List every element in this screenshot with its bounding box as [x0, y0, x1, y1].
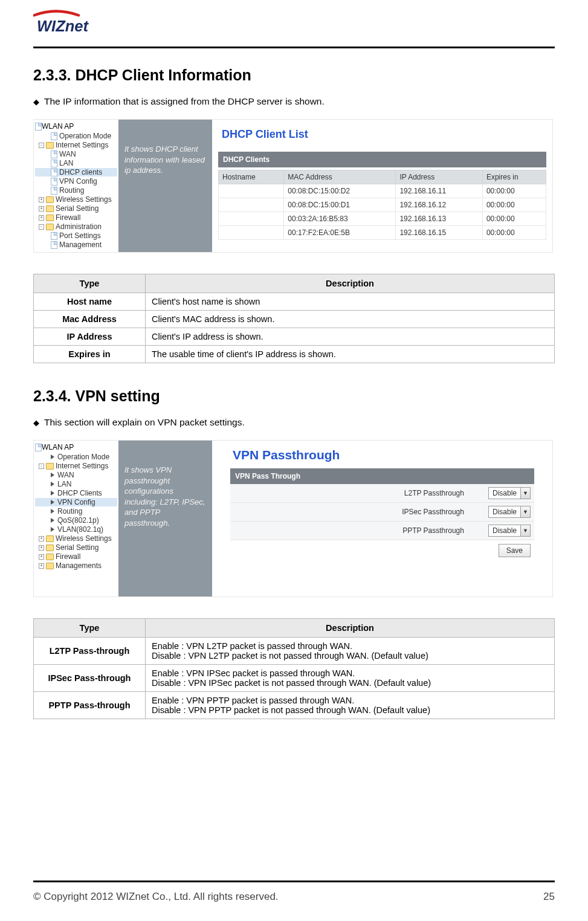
prop-desc-cell: Enable : VPN IPSec packet is passed thro…	[146, 665, 555, 692]
expander-icon[interactable]: -	[39, 464, 44, 469]
tree-item[interactable]: VPN Config	[35, 498, 117, 506]
prop-desc-cell: Client's MAC address is shown.	[146, 311, 555, 328]
copyright-text: © Copyright 2012 WIZnet Co., Ltd. All ri…	[33, 891, 279, 903]
tree-item-label: WAN	[59, 150, 76, 158]
vpn-setting-dropdown[interactable]: Disable▼	[488, 506, 531, 518]
tree-item[interactable]: Routing	[35, 507, 117, 515]
tree-item[interactable]: Operation Mode	[35, 453, 117, 461]
tree-item-label: Operation Mode	[59, 132, 111, 140]
tree-item[interactable]: +Managements	[35, 561, 117, 570]
prop-type-cell: IP Address	[34, 328, 146, 346]
expander-icon[interactable]: +	[39, 536, 44, 541]
diamond-icon: ◆	[33, 97, 39, 106]
table-cell	[219, 198, 284, 212]
expander-icon[interactable]: -	[39, 224, 44, 230]
tree-item[interactable]: Operation Mode	[35, 132, 117, 140]
tree-item[interactable]: WAN	[35, 150, 117, 158]
page-number: 25	[543, 891, 555, 903]
dropdown-value: Disable	[489, 489, 520, 497]
prop-type-cell: Expires in	[34, 346, 146, 363]
tree-item[interactable]: -Internet Settings	[35, 462, 117, 470]
tree-root[interactable]: WLAN AP	[35, 122, 117, 131]
table-cell: 192.168.16.12	[396, 198, 483, 212]
tree-item-label: Operation Mode	[57, 453, 109, 461]
page-icon	[51, 232, 57, 240]
tree-root[interactable]: WLAN AP	[35, 443, 117, 451]
tree-item-label: Routing	[59, 186, 84, 195]
folder-icon	[46, 554, 54, 560]
save-button[interactable]: Save	[499, 544, 531, 557]
vpn-setting-dropdown[interactable]: Disable▼	[488, 487, 531, 499]
vpn-setting-label: IPSec Passthrough	[234, 508, 482, 516]
tree-item-label: LAN	[59, 159, 73, 167]
tree-item-label: VPN Config	[57, 498, 95, 506]
expander-icon[interactable]: +	[39, 563, 44, 569]
tree-item[interactable]: Management	[35, 241, 117, 249]
tree-item[interactable]: -Administration	[35, 222, 117, 231]
tree-item[interactable]: LAN	[35, 159, 117, 167]
tree-item-label: Firewall	[56, 552, 80, 561]
tree-item[interactable]: DHCP Clients	[35, 489, 117, 497]
expander-icon[interactable]: +	[39, 554, 44, 560]
folder-icon	[46, 463, 54, 470]
tree-item[interactable]: +Firewall	[35, 213, 117, 222]
prop-header: Description	[146, 274, 555, 293]
table-cell: 00:03:2A:16:B5:83	[284, 212, 396, 226]
tree-item[interactable]: VLAN(802.1q)	[35, 525, 117, 534]
tree-item[interactable]: LAN	[35, 480, 117, 488]
page-icon	[35, 123, 42, 131]
page-icon	[51, 150, 57, 158]
tree-item-label: Routing	[57, 507, 82, 515]
tree-item-label: LAN	[57, 480, 71, 488]
tree-item[interactable]: +Firewall	[35, 552, 117, 561]
expander-icon[interactable]: +	[39, 215, 44, 221]
arrow-icon	[51, 482, 54, 486]
expander-icon[interactable]: +	[39, 545, 44, 551]
table-row: L2TP Pass-throughEnable : VPN L2TP packe…	[34, 638, 555, 665]
prop-header: Description	[146, 619, 555, 638]
page-icon	[35, 444, 42, 451]
prop-desc-cell: The usable time of client's IP address i…	[146, 346, 555, 363]
dhcp-col-header: IP Address	[396, 170, 483, 184]
tree-item-label: Wireless Settings	[56, 534, 112, 543]
tree-item[interactable]: Port Settings	[35, 231, 117, 240]
page-header: WIZnet	[33, 12, 555, 48]
wiznet-logo: WIZnet	[33, 9, 124, 42]
expander-icon[interactable]: +	[39, 206, 44, 212]
expander-icon[interactable]: -	[39, 143, 44, 148]
table-cell: 00:08:DC:15:00:D2	[284, 184, 396, 198]
tree-item-label: Firewall	[56, 213, 80, 222]
nav-tree-2: WLAN APOperation Mode-Internet SettingsW…	[34, 441, 118, 596]
folder-icon	[46, 142, 54, 149]
tree-item[interactable]: +Wireless Settings	[35, 195, 117, 204]
tree-item[interactable]: QoS(802.1p)	[35, 516, 117, 525]
dhcp-clients-table: HostnameMAC AddressIP AddressExpires in0…	[218, 170, 546, 240]
dhcp-header-bar: DHCP Clients	[218, 152, 546, 167]
dropdown-value: Disable	[489, 526, 520, 535]
dhcp-main-panel: DHCP Client List DHCP Clients HostnameMA…	[212, 120, 552, 252]
prop-header: Type	[34, 274, 146, 293]
tree-item[interactable]: VPN Config	[35, 177, 117, 186]
tree-item[interactable]: +Serial Setting	[35, 204, 117, 213]
tree-item[interactable]: -Internet Settings	[35, 141, 117, 149]
arrow-icon	[51, 500, 54, 505]
tree-item[interactable]: Routing	[35, 186, 117, 195]
table-cell: 00:08:DC:15:00:D1	[284, 198, 396, 212]
vpn-setting-row: PPTP PassthroughDisable▼	[230, 522, 534, 540]
tree-item[interactable]: +Serial Setting	[35, 543, 117, 552]
tree-item-label: DHCP Clients	[57, 489, 102, 497]
arrow-icon	[51, 491, 54, 496]
tree-item[interactable]: +Wireless Settings	[35, 534, 117, 543]
table-row: Mac AddressClient's MAC address is shown…	[34, 311, 555, 328]
table-row: 00:08:DC:15:00:D2192.168.16.1100:00:00	[219, 184, 546, 198]
table-cell: 00:00:00	[482, 198, 546, 212]
tree-item[interactable]: WAN	[35, 471, 117, 479]
chevron-down-icon: ▼	[520, 488, 530, 499]
table-row: Host nameClient's host name is shown	[34, 293, 555, 311]
tree-item[interactable]: DHCP clients	[35, 168, 117, 176]
tree-item-label: Internet Settings	[56, 141, 108, 149]
vpn-setting-dropdown[interactable]: Disable▼	[488, 525, 531, 537]
expander-icon[interactable]: +	[39, 197, 44, 202]
tree-item-label: QoS(802.1p)	[57, 516, 99, 525]
vpn-form-box: VPN Pass Through L2TP PassthroughDisable…	[230, 468, 534, 561]
